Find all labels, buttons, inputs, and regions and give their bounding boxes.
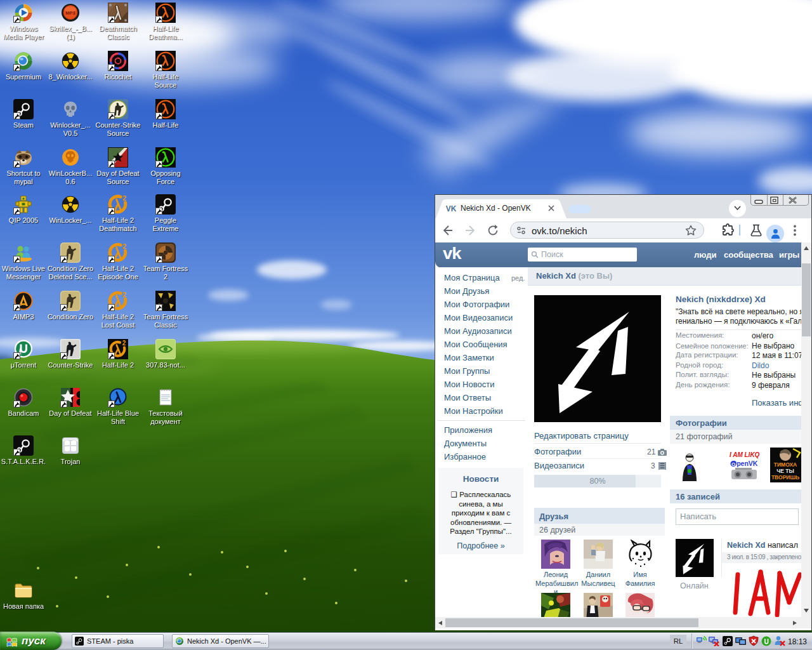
svg-text:ТВОРИШЬ: ТВОРИШЬ: [771, 474, 799, 481]
svg-text:ТИМОХА: ТИМОХА: [774, 461, 797, 468]
svg-text:ЧЕ ТЫ: ЧЕ ТЫ: [776, 468, 794, 474]
svg-text:VK: VK: [446, 204, 456, 213]
svg-text:I AM LIKQ: I AM LIKQ: [730, 451, 760, 458]
svg-text:O: O: [731, 461, 735, 467]
